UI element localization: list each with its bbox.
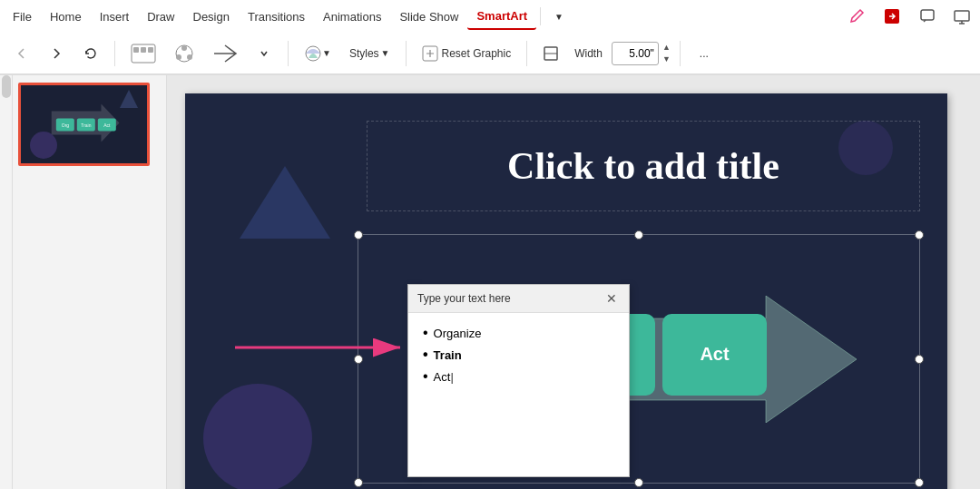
handle-bl[interactable] <box>354 478 363 487</box>
svg-point-10 <box>187 54 192 60</box>
ribbon: File Home Insert Draw Design Transitions… <box>0 0 980 75</box>
text-panel-body: Organize Train Act <box>408 313 629 476</box>
width-label: Width <box>574 47 603 60</box>
ribbon-more-button[interactable]: ▼ <box>544 2 573 31</box>
menu-bar: File Home Insert Draw Design Transitions… <box>0 0 980 33</box>
toolbar: ▼ Styles ▼ Reset Graphic Width 5.00" <box>0 33 980 74</box>
svg-rect-4 <box>133 47 139 53</box>
text-item-act[interactable]: Act <box>423 366 614 387</box>
tab-draw[interactable]: Draw <box>138 5 183 29</box>
text-item-organize[interactable]: Organize <box>423 322 614 344</box>
slide-thumb-1[interactable]: 1 Org Train Act <box>18 83 161 166</box>
smartart-layout-arrows[interactable] <box>206 39 244 68</box>
svg-rect-2 <box>955 11 969 21</box>
text-item-train-label: Train <box>434 348 462 362</box>
box-act[interactable]: Act <box>662 314 767 396</box>
handle-bc[interactable] <box>634 478 643 487</box>
pink-arrow <box>235 335 412 360</box>
share-icon[interactable] <box>877 2 907 31</box>
text-item-train[interactable]: Train <box>423 344 614 366</box>
decor-circle-large <box>203 384 312 489</box>
text-panel-close-button[interactable]: ✕ <box>603 290 620 307</box>
toolbar-separator-3 <box>406 41 407 66</box>
reset-graphic-button[interactable]: Reset Graphic <box>416 39 518 68</box>
canvas-area[interactable]: Click to add title <box>167 75 980 489</box>
slide-panel: 1 Org Train Act <box>13 75 167 489</box>
mini-box-train: Train <box>77 118 95 131</box>
reset-graphic-label: Reset Graphic <box>442 47 512 60</box>
title-placeholder[interactable]: Click to add title <box>367 121 920 211</box>
text-item-act-label: Act <box>434 370 451 384</box>
slide-thumbnail: Org Train Act <box>18 83 150 166</box>
tab-insert[interactable]: Insert <box>91 5 139 29</box>
text-item-organize-label: Organize <box>434 327 482 340</box>
toolbar-separator-5 <box>680 41 681 66</box>
back-button[interactable] <box>7 39 36 68</box>
resize-icon <box>536 39 565 68</box>
comment-icon[interactable] <box>913 2 942 31</box>
tab-smartart[interactable]: SmartArt <box>467 4 536 30</box>
mini-box-act: Act <box>98 118 116 131</box>
styles-label: Styles <box>349 47 379 60</box>
present-icon[interactable] <box>947 2 976 31</box>
tab-design[interactable]: Design <box>184 5 239 29</box>
handle-tr[interactable] <box>915 230 924 240</box>
styles-button[interactable]: Styles ▼ <box>343 39 397 68</box>
change-colors-button[interactable]: ▼ <box>298 39 338 68</box>
handle-mr[interactable] <box>915 355 924 364</box>
text-panel: Type your text here ✕ Organize Train Act <box>407 284 630 477</box>
vertical-scroll-strip <box>0 75 13 489</box>
main-area: 1 Org Train Act <box>0 75 980 489</box>
tab-animations[interactable]: Animations <box>314 5 390 29</box>
menu-divider <box>540 7 541 25</box>
smartart-layout-2[interactable] <box>168 39 201 68</box>
handle-tc[interactable] <box>634 230 643 240</box>
decor-triangle <box>240 166 330 239</box>
title-text: Click to add title <box>507 144 779 188</box>
scroll-thumb[interactable] <box>2 75 11 98</box>
handle-tl[interactable] <box>354 230 363 240</box>
toolbar-separator-1 <box>114 41 115 66</box>
handle-br[interactable] <box>915 478 924 487</box>
svg-rect-6 <box>148 47 153 53</box>
svg-rect-1 <box>921 10 934 20</box>
width-spinners: ▲ ▼ <box>662 42 671 65</box>
tab-file[interactable]: File <box>4 5 41 29</box>
width-input[interactable]: 5.00" <box>612 42 659 65</box>
toolbar-separator-4 <box>526 41 527 66</box>
box-act-label: Act <box>700 344 729 365</box>
smartart-dropdown[interactable] <box>250 39 279 68</box>
width-down-button[interactable]: ▼ <box>662 54 671 65</box>
mini-boxes: Org Train Act <box>56 118 116 131</box>
refresh-button[interactable] <box>76 39 105 68</box>
mini-box-organize: Org <box>56 118 74 131</box>
svg-rect-5 <box>141 47 146 53</box>
mini-decor-triangle <box>120 90 138 108</box>
tab-slideshow[interactable]: Slide Show <box>390 5 467 29</box>
width-input-group: 5.00" ▲ ▼ <box>612 42 671 65</box>
more-options-button[interactable]: ... <box>690 39 719 68</box>
pen-icon[interactable] <box>842 2 871 31</box>
toolbar-separator-2 <box>288 41 289 66</box>
width-up-button[interactable]: ▲ <box>662 42 671 54</box>
forward-button[interactable] <box>42 39 71 68</box>
text-panel-title: Type your text here <box>417 292 511 305</box>
tab-home[interactable]: Home <box>41 5 91 29</box>
text-panel-header: Type your text here ✕ <box>408 285 629 313</box>
tab-transitions[interactable]: Transitions <box>239 5 314 29</box>
svg-point-8 <box>181 45 187 51</box>
smartart-layout-1[interactable] <box>124 39 162 68</box>
svg-point-9 <box>176 54 181 60</box>
